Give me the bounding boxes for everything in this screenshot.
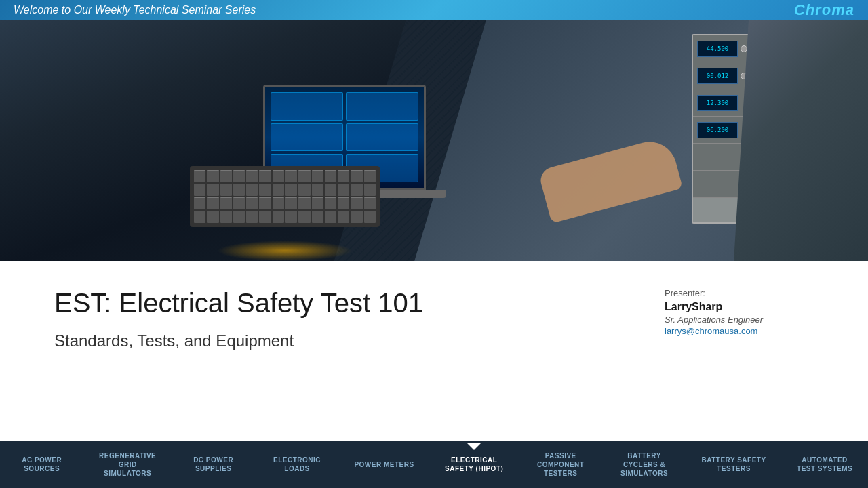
presenter-role: Sr. Applications Engineer (665, 314, 814, 325)
nav-item-battery-safety[interactable]: BATTERY SAFETY TESTERS (697, 450, 770, 479)
key (220, 197, 232, 209)
nav-item-regenerative[interactable]: REGENERATIVE GRID SIMULATORS (95, 446, 160, 483)
key (259, 170, 271, 182)
key (285, 211, 297, 223)
key (338, 170, 349, 182)
key (194, 211, 205, 223)
rack-display-num-3: 12.300 (707, 100, 729, 106)
keyboard (190, 166, 380, 227)
key (207, 211, 218, 223)
key (285, 170, 297, 182)
rack-display-num-1: 44.500 (707, 45, 729, 52)
screen-block-3 (271, 123, 343, 152)
chroma-logo: Chroma (794, 1, 854, 19)
key (273, 170, 284, 182)
key (351, 211, 362, 223)
header-banner: Welcome to Our Weekly Technical Seminar … (0, 0, 868, 20)
logo-chroma: Chroma (794, 1, 854, 18)
key (298, 197, 310, 209)
key (298, 211, 310, 223)
screen-block-2 (346, 92, 418, 121)
rack-knob-1 (741, 45, 747, 52)
screen-block-1 (271, 92, 343, 121)
nav-item-dc-power[interactable]: DC POWER SUPPLIES (183, 450, 244, 479)
nav-item-passive[interactable]: PASSIVE COMPONENT TESTERS (530, 446, 591, 483)
screen-block-4 (346, 123, 418, 152)
key (207, 197, 218, 209)
rack-display-num-4: 06.200 (707, 127, 729, 134)
hero-image: 44.500 00.012 12.300 06.200 (0, 20, 868, 261)
key (273, 211, 284, 223)
key (220, 184, 232, 196)
key (194, 184, 205, 196)
key (351, 184, 362, 196)
rack-display-num-2: 00.012 (707, 73, 729, 79)
presenter-name: LarrySharp (665, 301, 814, 313)
key (285, 184, 297, 196)
main-content: EST: Electrical Safety Test 101 Standard… (0, 261, 868, 441)
key (338, 184, 349, 196)
key (194, 197, 205, 209)
key (273, 197, 284, 209)
key (325, 211, 336, 223)
rack-display-4: 06.200 (697, 122, 738, 138)
slide-text: EST: Electrical Safety Test 101 Standard… (54, 288, 665, 350)
key (259, 197, 271, 209)
nav-item-battery-cyclers[interactable]: BATTERY CYCLERS & SIMULATORS (614, 446, 675, 483)
key (364, 184, 376, 196)
key (325, 184, 336, 196)
key (246, 197, 258, 209)
key (338, 211, 349, 223)
key (233, 170, 245, 182)
key (312, 211, 323, 223)
nav-item-electronic[interactable]: ELECTRONIC LOADS (267, 450, 328, 479)
key (351, 197, 362, 209)
key (233, 184, 245, 196)
key (298, 184, 310, 196)
key (364, 197, 376, 209)
key (273, 184, 284, 196)
key (312, 170, 323, 182)
nav-item-automated[interactable]: AUTOMATED TEST SYSTEMS (793, 450, 856, 479)
presenter-email: larrys@chromausa.com (665, 326, 814, 336)
key (207, 184, 218, 196)
bottom-nav: AC POWER SOURCES REGENERATIVE GRID SIMUL… (0, 441, 868, 488)
key (220, 170, 232, 182)
key (246, 211, 258, 223)
rack-display-1: 44.500 (697, 41, 738, 57)
key (259, 184, 271, 196)
key (246, 184, 258, 196)
key (325, 170, 336, 182)
key (207, 170, 218, 182)
key (220, 211, 232, 223)
slide-subtitle: Standards, Tests, and Equipment (54, 331, 665, 350)
key (351, 170, 362, 182)
key (233, 211, 245, 223)
key (364, 211, 376, 223)
slide-title: EST: Electrical Safety Test 101 (54, 288, 665, 318)
key (233, 197, 245, 209)
key (194, 170, 205, 182)
rack-display-2: 00.012 (697, 68, 738, 84)
nav-item-ac-power[interactable]: AC POWER SOURCES (12, 450, 73, 479)
presenter-label: Presenter: (665, 288, 814, 298)
key (364, 170, 376, 182)
key (246, 170, 258, 182)
key (312, 184, 323, 196)
key (298, 170, 310, 182)
key (338, 197, 349, 209)
key (312, 197, 323, 209)
rack-display-3: 12.300 (697, 95, 738, 111)
nav-item-power-meters[interactable]: POWER METERS (350, 455, 418, 474)
key (285, 197, 297, 209)
header-title: Welcome to Our Weekly Technical Seminar … (14, 4, 256, 16)
nav-item-electrical-safety[interactable]: ELECTRICAL SAFETY (HIPOT) (441, 450, 507, 479)
key (259, 211, 271, 223)
presenter-info: Presenter: LarrySharp Sr. Applications E… (665, 288, 814, 336)
key (325, 197, 336, 209)
accent-light (217, 241, 353, 261)
